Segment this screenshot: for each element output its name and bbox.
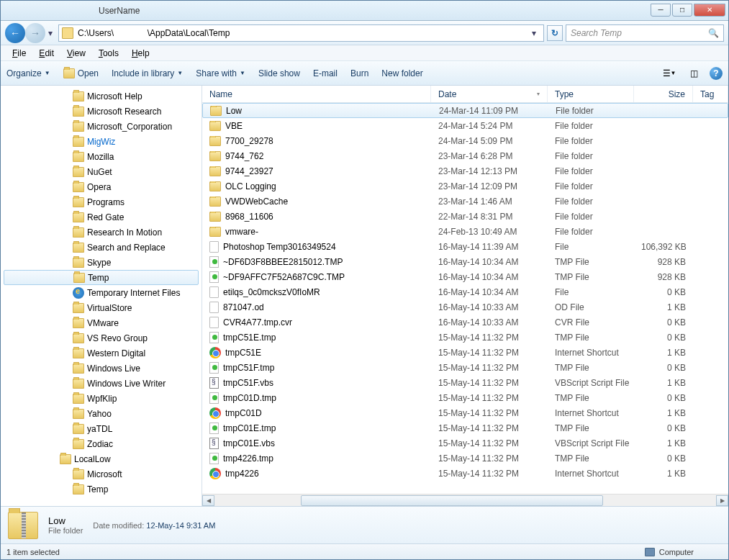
- menu-tools[interactable]: Tools: [93, 47, 124, 60]
- tree-item[interactable]: Programs: [1, 194, 202, 209]
- scroll-thumb[interactable]: [301, 495, 603, 506]
- open-button[interactable]: Open: [63, 68, 99, 78]
- file-icon: [209, 317, 219, 328]
- tree-item[interactable]: Red Gate: [1, 209, 202, 225]
- tree-item[interactable]: NuGet: [1, 164, 202, 179]
- horizontal-scrollbar[interactable]: ◀ ▶: [202, 494, 728, 506]
- file-row[interactable]: 8968_1160622-Mar-14 8:31 PMFile folder: [202, 209, 728, 224]
- share-with-button[interactable]: Share with▼: [196, 68, 245, 78]
- tree-item[interactable]: Microsoft: [1, 466, 202, 482]
- menu-file[interactable]: File: [6, 47, 32, 60]
- minimize-button[interactable]: ─: [651, 4, 671, 17]
- navigation-tree[interactable]: Microsoft HelpMicrosoft ResearchMicrosof…: [1, 86, 202, 506]
- menu-help[interactable]: Help: [126, 47, 155, 60]
- column-date[interactable]: Date▾: [431, 86, 548, 102]
- file-row[interactable]: 9744_76223-Mar-14 6:28 PMFile folder: [202, 148, 728, 163]
- menu-view[interactable]: View: [61, 47, 91, 60]
- forward-button[interactable]: →: [25, 23, 45, 43]
- tree-item[interactable]: Windows Live: [1, 361, 202, 376]
- tree-item[interactable]: VS Revo Group: [1, 330, 202, 346]
- file-row[interactable]: tmpC51F.vbs15-May-14 11:32 PMVBScript Sc…: [202, 375, 728, 390]
- file-row[interactable]: etilqs_0c0mckszV0fIoMR16-May-14 10:34 AM…: [202, 284, 728, 299]
- scroll-right-icon[interactable]: ▶: [716, 495, 728, 506]
- slideshow-button[interactable]: Slide show: [258, 68, 300, 78]
- tree-item[interactable]: Opera: [1, 179, 202, 194]
- tree-item[interactable]: Microsoft Help: [1, 89, 202, 104]
- tree-item[interactable]: Temp: [1, 482, 202, 497]
- file-row[interactable]: tmpC01D15-May-14 11:32 PMInternet Shortc…: [202, 405, 728, 420]
- address-dropdown[interactable]: ▾: [527, 27, 540, 40]
- burn-button[interactable]: Burn: [350, 68, 368, 78]
- tree-item[interactable]: Research In Motion: [1, 225, 202, 240]
- column-type[interactable]: Type: [548, 86, 634, 102]
- column-size[interactable]: Size: [634, 86, 693, 102]
- tree-item[interactable]: yaTDL: [1, 421, 202, 436]
- file-row[interactable]: VBE24-Mar-14 5:24 PMFile folder: [202, 118, 728, 133]
- address-input[interactable]: [78, 28, 525, 38]
- address-bar[interactable]: ▾: [58, 24, 544, 42]
- tree-item[interactable]: Yahoo: [1, 406, 202, 421]
- organize-button[interactable]: Organize▼: [6, 68, 50, 78]
- file-rows[interactable]: Low24-Mar-14 11:09 PMFile folderVBE24-Ma…: [202, 103, 728, 494]
- file-row[interactable]: tmpC01D.tmp15-May-14 11:32 PMTMP File0 K…: [202, 390, 728, 405]
- include-in-library-button[interactable]: Include in library▼: [112, 68, 183, 78]
- tree-item[interactable]: Temp: [4, 270, 199, 285]
- column-tags[interactable]: Tag: [693, 86, 728, 102]
- file-row[interactable]: tmp4226.tmp15-May-14 11:32 PMTMP File0 K…: [202, 451, 728, 466]
- tree-item[interactable]: Mozilla: [1, 149, 202, 164]
- back-button[interactable]: ←: [5, 23, 25, 43]
- tree-item-label: VirtualStore: [87, 303, 132, 313]
- file-row[interactable]: tmpC51F.tmp15-May-14 11:32 PMTMP File0 K…: [202, 360, 728, 375]
- folder-icon: [73, 91, 84, 101]
- file-row[interactable]: tmpC51E.tmp15-May-14 11:32 PMTMP File0 K…: [202, 330, 728, 345]
- new-folder-button[interactable]: New folder: [381, 68, 422, 78]
- tree-item[interactable]: VirtualStore: [1, 300, 202, 315]
- tree-item[interactable]: Microsoft Research: [1, 104, 202, 119]
- file-row[interactable]: tmpC01E.tmp15-May-14 11:32 PMTMP File0 K…: [202, 420, 728, 435]
- details-text: Low File folder: [48, 515, 83, 535]
- scroll-left-icon[interactable]: ◀: [202, 495, 214, 506]
- file-row[interactable]: VWDWebCache23-Mar-14 1:46 AMFile folder: [202, 194, 728, 209]
- tree-item-label: Temp: [88, 273, 109, 283]
- file-row[interactable]: vmware-24-Feb-13 10:49 AMFile folder: [202, 224, 728, 239]
- tree-item-label: Windows Live: [87, 363, 140, 374]
- maximize-button[interactable]: □: [672, 4, 692, 17]
- file-row[interactable]: tmp422615-May-14 11:32 PMInternet Shortc…: [202, 466, 728, 481]
- file-row[interactable]: ~DF9AFFC7F52A687C9C.TMP16-May-14 10:34 A…: [202, 269, 728, 284]
- search-box[interactable]: Search Temp 🔍: [566, 24, 724, 42]
- file-row[interactable]: Low24-Mar-14 11:09 PMFile folder: [202, 103, 728, 118]
- tree-item[interactable]: LocalLow: [1, 451, 202, 466]
- tree-item[interactable]: Windows Live Writer: [1, 376, 202, 391]
- menu-edit[interactable]: Edit: [33, 47, 60, 60]
- file-row[interactable]: 9744_2392723-Mar-14 12:13 PMFile folder: [202, 163, 728, 179]
- file-row[interactable]: tmpC51E15-May-14 11:32 PMInternet Shortc…: [202, 345, 728, 360]
- file-row[interactable]: CVR4A77.tmp.cvr16-May-14 10:33 AMCVR Fil…: [202, 315, 728, 330]
- tree-item[interactable]: Microsoft_Corporation: [1, 119, 202, 134]
- nav-history-dropdown[interactable]: ▾: [45, 23, 55, 43]
- tree-item[interactable]: Western Digital: [1, 346, 202, 361]
- tree-item[interactable]: Search and Replace: [1, 240, 202, 255]
- preview-pane-button[interactable]: ◫: [685, 66, 702, 81]
- tree-item[interactable]: WpfKlip: [1, 391, 202, 406]
- file-row[interactable]: 871047.od16-May-14 10:33 AMOD File1 KB: [202, 299, 728, 315]
- file-row[interactable]: Photoshop Temp301634952416-May-14 11:39 …: [202, 239, 728, 254]
- file-row[interactable]: OLC Logging23-Mar-14 12:09 PMFile folder: [202, 179, 728, 194]
- help-button[interactable]: ?: [710, 67, 723, 80]
- file-row[interactable]: 7700_2927824-Mar-14 5:09 PMFile folder: [202, 133, 728, 148]
- tree-item[interactable]: Skype: [1, 255, 202, 270]
- file-row[interactable]: tmpC01E.vbs15-May-14 11:32 PMVBScript Sc…: [202, 435, 728, 451]
- tree-item[interactable]: Zodiac: [1, 436, 202, 451]
- file-date: 16-May-14 11:39 AM: [431, 242, 548, 252]
- column-name[interactable]: Name: [202, 86, 431, 102]
- close-button[interactable]: ✕: [694, 4, 725, 17]
- tree-item[interactable]: MigWiz: [1, 134, 202, 149]
- email-button[interactable]: E-mail: [313, 68, 338, 78]
- file-type: File folder: [548, 136, 634, 146]
- folder-icon: [73, 258, 84, 268]
- tree-item[interactable]: Temporary Internet Files: [1, 285, 202, 300]
- tree-item[interactable]: VMware: [1, 315, 202, 330]
- refresh-button[interactable]: ↻: [547, 25, 563, 41]
- view-options-button[interactable]: ☰▼: [661, 66, 678, 81]
- ie-icon: [73, 287, 84, 299]
- file-row[interactable]: ~DF6D3F8BBEE2815012.TMP16-May-14 10:34 A…: [202, 254, 728, 269]
